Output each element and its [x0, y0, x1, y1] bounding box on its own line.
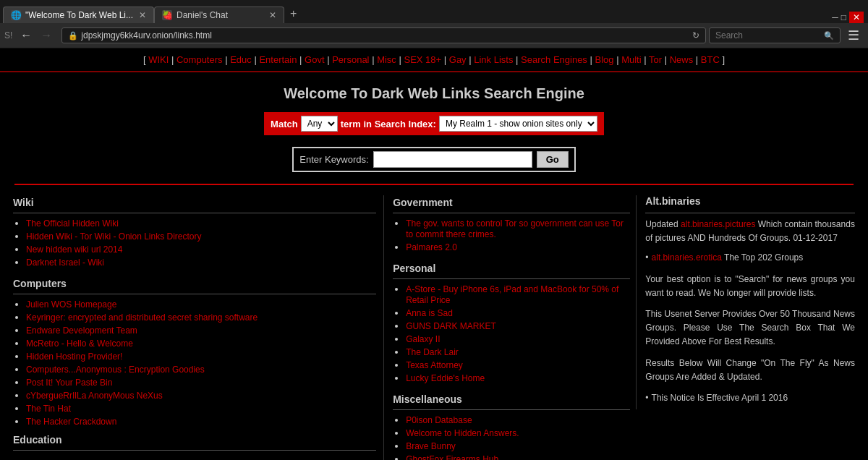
- search-icon: 🔍: [824, 31, 834, 41]
- personal-link-4[interactable]: The Dark Lair: [406, 347, 459, 357]
- results-text: Results Below Will Change "On The Fly" A…: [645, 357, 855, 384]
- list-item: Post It! Your Paste Bin: [26, 377, 376, 388]
- nav-news[interactable]: News: [670, 54, 694, 65]
- computers-link-6[interactable]: Post It! Your Paste Bin: [26, 378, 112, 388]
- nav-blog[interactable]: Blog: [595, 54, 614, 65]
- personal-link-3[interactable]: Galaxy II: [406, 334, 440, 344]
- main-divider: [14, 184, 854, 185]
- wiki-link-3[interactable]: Darknet Israel - Wiki: [26, 257, 104, 268]
- computers-link-4[interactable]: Hidden Hosting Provider!: [26, 352, 122, 362]
- government-link-list: The gov. wants to control Tor so governm…: [393, 218, 630, 252]
- term-label: term in Search Index:: [341, 119, 436, 129]
- wiki-link-2[interactable]: New hidden wiki url 2014: [26, 244, 122, 255]
- list-item: The Tin Hat: [26, 403, 376, 414]
- tab-close-danielschat[interactable]: ✕: [263, 10, 276, 20]
- list-item: P0ison Database: [406, 414, 630, 425]
- misc-link-1[interactable]: Welcome to Hidden Answers.: [406, 428, 519, 438]
- computers-link-7[interactable]: cYbergueRrIlLa AnonyMous NeXus: [26, 391, 163, 401]
- alt-binaries-pictures-link[interactable]: alt.binaries.pictures: [681, 219, 755, 229]
- nav-wiki[interactable]: WIKI: [148, 54, 169, 65]
- wiki-link-0[interactable]: The Official Hidden Wiki: [26, 218, 119, 229]
- nav-computers[interactable]: Computers: [176, 54, 223, 65]
- nav-educ[interactable]: Educ: [230, 54, 252, 65]
- list-item: Endware Development Team: [26, 325, 376, 336]
- wiki-link-1[interactable]: Hidden Wiki - Tor Wiki - Onion Links Dir…: [26, 231, 202, 242]
- main-columns: Wiki The Official Hidden Wiki Hidden Wik…: [0, 195, 868, 460]
- personal-link-6[interactable]: Lucky Eddie's Home: [406, 373, 485, 383]
- wiki-divider: [13, 213, 376, 213]
- computers-link-9[interactable]: The Hacker Crackdown: [26, 417, 116, 427]
- keyword-row: Enter Keywords: Go: [292, 147, 575, 172]
- index-select[interactable]: My Realm 1 - show onion sites only My Re…: [439, 116, 597, 132]
- keyword-input[interactable]: [373, 151, 532, 168]
- nav-searchengines[interactable]: Search Engines: [521, 54, 587, 65]
- back-button[interactable]: ←: [17, 27, 35, 43]
- computers-link-5[interactable]: Computers...Anonymous : Encryption Goodi…: [26, 365, 205, 375]
- alt-binaries-erotica-row: • alt.binaries.erotica The Top 202 Group…: [645, 251, 855, 265]
- personal-link-2[interactable]: GUNS DARK MARKET: [406, 321, 496, 331]
- minimize-button[interactable]: ─: [832, 12, 838, 22]
- browser-search-input[interactable]: [715, 30, 824, 41]
- list-item: Hidden Wiki - Tor Wiki - Onion Links Dir…: [26, 231, 376, 242]
- gov-link-0[interactable]: The gov. wants to control Tor so governm…: [406, 218, 624, 239]
- list-item: Lucky Eddie's Home: [406, 372, 630, 383]
- personal-link-1[interactable]: Anna is Sad: [406, 308, 453, 318]
- computers-link-3[interactable]: McRetro - Hello & Welcome: [26, 338, 133, 349]
- nav-govt[interactable]: Govt: [305, 54, 324, 65]
- alt-binaries-title: Alt.binaries: [645, 195, 855, 207]
- computers-link-8[interactable]: The Tin Hat: [26, 404, 71, 414]
- browser-logo: S!: [4, 30, 12, 41]
- misc-link-0[interactable]: P0ison Database: [406, 415, 472, 425]
- browser-menu-button[interactable]: ☰: [843, 26, 864, 45]
- education-divider: [13, 450, 376, 451]
- close-button[interactable]: ✕: [849, 12, 864, 23]
- personal-link-0[interactable]: A-Store - Buy iPhone 6s, iPad and MacBoo…: [406, 284, 618, 305]
- updated-text: Updated: [645, 219, 678, 229]
- nav-btc[interactable]: BTC: [701, 54, 720, 65]
- list-item: The Hacker Crackdown: [26, 416, 376, 427]
- personal-link-5[interactable]: Texas Attorney: [406, 360, 463, 370]
- left-column: Wiki The Official Hidden Wiki Hidden Wik…: [13, 195, 383, 458]
- personal-title: Personal: [393, 263, 630, 274]
- nav-personal[interactable]: Personal: [332, 54, 369, 65]
- refresh-button[interactable]: ↻: [692, 30, 699, 41]
- computers-link-2[interactable]: Endware Development Team: [26, 325, 137, 336]
- tab-danielschat[interactable]: 🍓 Daniel's Chat ✕: [154, 7, 284, 23]
- forward-button[interactable]: →: [37, 27, 56, 43]
- education-section: Education: [13, 434, 376, 451]
- list-item: Julien WOS Homepage: [26, 299, 376, 310]
- page-title: Welcome To Dark Web Links Search Engine: [0, 72, 868, 112]
- nav-entertain[interactable]: Entertain: [259, 54, 297, 65]
- tab-favicon-darkweb: 🌐: [11, 10, 21, 20]
- nav-linklists[interactable]: Link Lists: [474, 54, 513, 65]
- nav-bar: S! ← → 🔒 jdpskjmgy6kk4urv.onion/links.ht…: [0, 23, 868, 48]
- search-text: Your best option is to "Search" for news…: [645, 273, 855, 300]
- tab-close-darkweb[interactable]: ✕: [133, 10, 146, 20]
- nav-multi[interactable]: Multi: [621, 54, 641, 65]
- misc-link-3[interactable]: GhostFox Firearms Hub: [406, 454, 498, 460]
- computers-link-1[interactable]: Keyringer: encrypted and distributed sec…: [26, 312, 258, 323]
- address-bar[interactable]: 🔒 jdpskjmgy6kk4urv.onion/links.html ↻: [61, 27, 706, 43]
- alt-binaries-erotica-link[interactable]: alt.binaries.erotica: [652, 252, 722, 263]
- tab-darkweb[interactable]: 🌐 "Welcome To Dark Web Li... ✕: [3, 7, 154, 23]
- bullet-icon: •: [645, 251, 648, 265]
- match-select[interactable]: Any All: [301, 116, 338, 132]
- nav-tor[interactable]: Tor: [649, 54, 662, 65]
- notice-row: • This Notice Is Effective April 1 2016: [645, 391, 855, 405]
- computers-link-0[interactable]: Julien WOS Homepage: [26, 299, 116, 310]
- nav-misc[interactable]: Misc: [377, 54, 396, 65]
- nav-sex18[interactable]: SEX 18+: [404, 54, 441, 65]
- gov-link-1[interactable]: Palmares 2.0: [406, 242, 457, 252]
- alt-binaries-body: Updated alt.binaries.pictures Which cont…: [645, 218, 855, 405]
- list-item: The Official Hidden Wiki: [26, 218, 376, 229]
- maximize-button[interactable]: □: [841, 12, 846, 22]
- nav-gay[interactable]: Gay: [449, 54, 467, 65]
- notice-text: This Notice Is Effective April 1 2016: [652, 391, 788, 404]
- new-tab-button[interactable]: +: [284, 4, 302, 23]
- go-button[interactable]: Go: [537, 151, 569, 168]
- list-item: Darknet Israel - Wiki: [26, 257, 376, 268]
- misc-link-2[interactable]: Brave Bunny: [406, 441, 456, 451]
- wiki-title: Wiki: [13, 197, 376, 208]
- browser-search-bar[interactable]: 🔍: [709, 27, 841, 43]
- miscellaneous-link-list: P0ison Database Welcome to Hidden Answer…: [393, 414, 630, 460]
